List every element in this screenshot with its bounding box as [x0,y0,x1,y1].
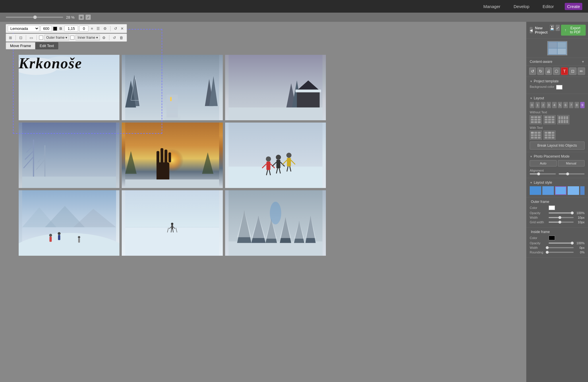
font-select[interactable]: Lemonada [8,25,39,32]
panel-save-btn[interactable]: 💾 [550,25,554,31]
zoom-thumb[interactable] [33,15,37,19]
move-frame-button[interactable]: Move Frame [6,42,35,49]
align-icon[interactable]: ≡ [90,26,94,31]
snowscape-4 [19,123,119,188]
nav-create[interactable]: Create [565,3,582,10]
layout-num-1[interactable]: 1 [535,102,540,108]
layout-num-6[interactable]: 6 [563,102,568,108]
photo-cell-5[interactable] [122,123,223,188]
close-icon[interactable]: ✕ [119,26,125,31]
mode-auto[interactable]: Auto [530,160,557,166]
layout-num-9[interactable]: 9 [580,102,585,108]
undo-btn[interactable]: ↺ [529,67,536,75]
layout-4col[interactable] [557,115,569,124]
grid-width-slider[interactable] [549,222,574,223]
layout-num-8[interactable]: 8 [575,102,579,108]
frame-icon[interactable]: ⊡ [18,35,24,40]
style-swatch-2[interactable] [542,186,554,195]
photo-cell-6[interactable] [225,123,326,188]
undo-icon[interactable]: ↺ [113,26,118,31]
layout-num-2[interactable]: 2 [541,102,546,108]
inner-frame-dropdown[interactable]: Inner frame ▾ [76,35,100,40]
photo-cell-7[interactable] [19,190,119,256]
style-swatch-4[interactable] [568,186,579,195]
mode-manual[interactable]: Manual [558,160,585,166]
text-mode-btn[interactable]: T [561,67,568,75]
inside-opacity-slider[interactable] [549,243,574,244]
layout-num-7[interactable]: 7 [569,102,574,108]
layout-3x3-b[interactable] [543,115,556,124]
inside-color-swatch[interactable] [549,236,555,240]
inside-width-label: Width [530,246,547,249]
layout-collapse-arrow[interactable]: ▼ [530,97,533,100]
layout-text-a[interactable] [530,131,542,140]
break-layout-button[interactable]: Break Layout Into Objects [530,141,585,150]
layout-num-0[interactable]: 0 [530,102,534,108]
rotate-icon[interactable]: ↺ [112,35,117,40]
alignment-slider-2[interactable] [559,173,585,174]
list-icon[interactable]: ☰ [95,26,101,31]
photo-cell-9[interactable] [225,190,326,256]
with-text-label: With Text [530,126,585,129]
outer-frame-dropdown[interactable]: Outer frame ▾ [44,35,69,40]
brush-btn[interactable]: ✏ [578,67,585,75]
inside-width-value: 0px [575,246,585,249]
zoom-full-icon[interactable]: ⤢ [86,15,91,20]
section-collapse-arrow[interactable]: ▼ [530,80,533,83]
zoom-slider[interactable] [6,17,63,18]
grid-icon[interactable]: ⊞ [8,35,13,40]
layout-3x3-a[interactable] [530,115,542,124]
outer-color-swatch[interactable] [549,205,555,210]
svg-point-97 [270,202,281,224]
panel-back-btn[interactable]: ◀ [530,27,533,33]
font-size-input[interactable] [40,26,52,32]
redo-btn[interactable]: ↻ [537,67,544,75]
inner-settings-icon[interactable]: ⚙ [101,35,107,40]
edit-text-button[interactable]: Edit Text [35,42,58,49]
export-pdf-button[interactable]: ↑Export to PDF [561,25,586,36]
inside-width-slider[interactable] [549,247,574,248]
layout-num-4[interactable]: 4 [552,102,557,108]
content-aware-arrow[interactable]: ▼ [581,60,585,63]
photo-cell-3[interactable] [225,55,326,120]
rounding-slider[interactable] [549,252,574,253]
bold-icon[interactable]: B [58,26,63,31]
outer-width-slider[interactable] [549,217,574,218]
panel-export-btn[interactable]: ⤢ [556,25,560,31]
photo-cell-8[interactable] [122,190,223,256]
line-height-input[interactable] [64,26,78,32]
delete-icon[interactable]: 🗑 [118,35,124,40]
print-btn[interactable]: 🖨 [545,67,552,75]
right-panel: ◀ New Project 💾 ⤢ ↑Export to PDF [526,22,588,382]
layout-text-b[interactable] [543,131,556,140]
nav-editor[interactable]: Editor [540,3,556,10]
style-swatch-5[interactable] [580,186,585,195]
layout-style-arrow[interactable]: ▼ [530,181,533,184]
outer-opacity-slider[interactable] [549,212,574,214]
nav-develop[interactable]: Develop [511,3,532,10]
rect-icon[interactable]: ▭ [28,35,34,40]
layout-num-3[interactable]: 3 [547,102,551,108]
style-swatch-3[interactable] [555,186,566,195]
font-color-swatch[interactable] [53,27,57,31]
project-template-header: ▼ Project template [530,79,585,83]
photo-cell-4[interactable] [19,123,119,188]
frame-settings-btn[interactable]: ⊡ [569,67,577,75]
inner-frame-color[interactable] [70,36,74,40]
spacing-input[interactable] [79,26,88,32]
zoom-fit-icon[interactable]: ⊞ [79,15,84,20]
outer-frame-color[interactable] [39,36,43,40]
layout-num-5[interactable]: 5 [558,102,562,108]
bg-color-swatch[interactable] [556,85,562,90]
photo-placement-label: Photo Placement Mode [534,154,570,158]
settings-icon[interactable]: ⚙ [102,26,108,31]
placement-arrow[interactable]: ▼ [530,155,533,158]
photo-cell-2[interactable] [122,55,223,120]
svg-rect-35 [160,148,163,164]
photo-cell-1[interactable]: Krkonoše [19,55,119,120]
share-btn[interactable]: ⬡ [553,67,560,75]
nav-manager[interactable]: Manager [481,3,503,10]
alignment-slider[interactable] [530,173,556,174]
outer-opacity-value: 100% [575,211,585,215]
style-swatch-1[interactable] [530,186,541,195]
